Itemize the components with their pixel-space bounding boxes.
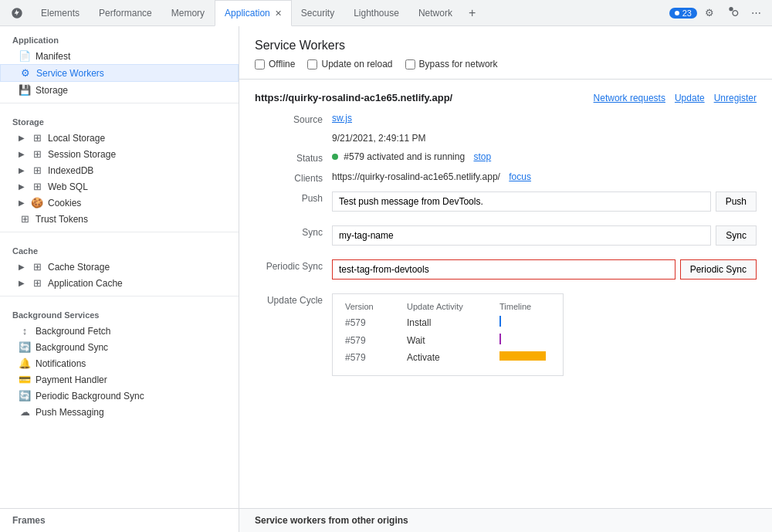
update-cycle-box: Version Update Activity Timeline #579 In… — [332, 293, 564, 376]
new-tab-button[interactable]: + — [462, 6, 482, 20]
source-label: Source — [255, 113, 332, 125]
periodic-sync-label: Periodic Sync — [255, 259, 332, 272]
update-link[interactable]: Update — [675, 93, 705, 103]
push-input[interactable] — [332, 191, 711, 212]
more-button[interactable]: ⋯ — [747, 4, 766, 22]
received-value: 9/21/2021, 2:49:11 PM — [332, 133, 757, 144]
sidebar-frames-label: Frames — [0, 508, 239, 532]
storage-root-icon: 💾 — [19, 84, 31, 96]
tab-close-icon[interactable]: ✕ — [275, 8, 282, 19]
push-button[interactable]: Push — [716, 191, 757, 212]
source-value: sw.js — [332, 113, 757, 124]
sidebar-item-local-storage[interactable]: ▶ ⊞ Local Storage — [0, 130, 239, 146]
sidebar-item-periodic-background-sync[interactable]: 🔄 Periodic Background Sync — [0, 388, 239, 404]
sidebar-item-service-workers-label: Service Workers — [36, 68, 104, 79]
sidebar-item-cache-storage[interactable]: ▶ ⊞ Cache Storage — [0, 259, 239, 275]
tab-memory[interactable]: Memory — [162, 0, 215, 26]
cache-storage-chevron: ▶ — [19, 263, 25, 271]
tab-network[interactable]: Network — [409, 0, 462, 26]
sync-input[interactable] — [332, 225, 711, 246]
source-link[interactable]: sw.js — [332, 113, 352, 124]
settings-button[interactable]: ⚙ — [700, 4, 719, 22]
indexeddb-icon: ⊞ — [31, 164, 43, 176]
uc-timeline-wait — [499, 334, 550, 347]
page-title: Service Workers — [239, 26, 772, 59]
update-on-reload-label: Update on reload — [321, 59, 392, 69]
push-label: Push — [255, 191, 332, 204]
stop-link[interactable]: stop — [473, 151, 491, 162]
sidebar-item-notifications[interactable]: 🔔 Notifications — [0, 355, 239, 371]
sidebar-item-cookies[interactable]: ▶ 🍪 Cookies — [0, 195, 239, 211]
tab-performance[interactable]: Performance — [90, 0, 162, 26]
sidebar-item-indexeddb[interactable]: ▶ ⊞ IndexedDB — [0, 162, 239, 178]
tab-security[interactable]: Security — [292, 0, 344, 26]
update-cycle-label: Update Cycle — [255, 293, 332, 306]
trust-tokens-icon: ⊞ — [19, 213, 31, 225]
status-label: Status — [255, 151, 332, 164]
bypass-for-network-checkbox[interactable] — [405, 59, 415, 69]
web-sql-icon: ⊞ — [31, 181, 43, 192]
sidebar-item-web-sql[interactable]: ▶ ⊞ Web SQL — [0, 178, 239, 195]
unregister-link[interactable]: Unregister — [714, 93, 757, 103]
uc-timeline-install — [499, 316, 550, 329]
cookies-chevron: ▶ — [19, 198, 25, 207]
sidebar-item-storage-root-label: Storage — [36, 85, 68, 96]
bypass-for-network-label: Bypass for network — [419, 59, 498, 69]
tab-devtools-icon[interactable] — [3, 0, 32, 26]
sidebar-item-service-workers[interactable]: ⚙ Service Workers — [0, 64, 239, 82]
sidebar-item-background-sync[interactable]: 🔄 Background Sync — [0, 339, 239, 355]
issues-badge[interactable]: 23 — [669, 8, 697, 19]
sidebar-item-cache-storage-label: Cache Storage — [48, 262, 110, 273]
tab-bar: Elements Performance Memory Application … — [0, 0, 772, 26]
bypass-for-network-checkbox-label[interactable]: Bypass for network — [405, 59, 498, 69]
sw-source-row: Source sw.js — [255, 113, 757, 125]
background-sync-icon: 🔄 — [19, 341, 31, 353]
offline-checkbox[interactable] — [255, 59, 265, 69]
update-on-reload-checkbox-label[interactable]: Update on reload — [307, 59, 392, 69]
clients-value: https://quirky-rosalind-ac1e65.netlify.a… — [332, 171, 757, 182]
svg-point-0 — [729, 7, 733, 11]
tab-lighthouse[interactable]: Lighthouse — [344, 0, 409, 26]
push-input-row: Push — [332, 191, 757, 212]
sync-button[interactable]: Sync — [716, 225, 757, 246]
offline-checkbox-label[interactable]: Offline — [255, 59, 295, 69]
update-on-reload-checkbox[interactable] — [307, 59, 317, 69]
sidebar-item-session-storage-label: Session Storage — [48, 149, 116, 160]
push-messaging-icon: ☁ — [19, 406, 31, 418]
sync-label: Sync — [255, 225, 332, 238]
uc-col-version: Version — [345, 302, 407, 311]
tab-elements[interactable]: Elements — [32, 0, 90, 26]
cache-storage-icon: ⊞ — [31, 261, 43, 273]
uc-timeline-activate — [499, 351, 550, 363]
sidebar-item-session-storage[interactable]: ▶ ⊞ Session Storage — [0, 146, 239, 162]
periodic-sync-button[interactable]: Periodic Sync — [680, 259, 757, 280]
sidebar-item-payment-handler[interactable]: 💳 Payment Handler — [0, 371, 239, 388]
sidebar-item-push-messaging[interactable]: ☁ Push Messaging — [0, 404, 239, 420]
sidebar-item-storage-root[interactable]: 💾 Storage — [0, 82, 239, 98]
status-dot — [332, 154, 338, 160]
sw-received-row: 9/21/2021, 2:49:11 PM — [255, 133, 757, 144]
periodic-sync-input[interactable] — [332, 259, 676, 280]
network-requests-link[interactable]: Network requests — [594, 93, 665, 103]
tab-bar-right: 23 ⚙ ⋯ — [669, 2, 772, 23]
sidebar-item-manifest[interactable]: 📄 Manifest — [0, 48, 239, 64]
session-storage-icon: ⊞ — [31, 148, 43, 160]
sidebar-item-payment-handler-label: Payment Handler — [36, 374, 107, 385]
received-label — [255, 133, 332, 134]
sidebar-item-background-fetch[interactable]: ↕ Background Fetch — [0, 323, 239, 339]
status-text: #579 activated and is running — [344, 151, 465, 162]
sidebar-item-manifest-label: Manifest — [36, 51, 70, 62]
sidebar-item-application-cache[interactable]: ▶ ⊞ Application Cache — [0, 275, 239, 291]
tab-application[interactable]: Application ✕ — [215, 0, 292, 26]
sw-entry: https://quirky-rosalind-ac1e65.netlify.a… — [239, 80, 772, 396]
uc-header: Version Update Activity Timeline — [345, 302, 550, 311]
sidebar-item-cookies-label: Cookies — [48, 198, 81, 208]
sidebar-item-push-messaging-label: Push Messaging — [36, 407, 104, 418]
sw-url: https://quirky-rosalind-ac1e65.netlify.a… — [255, 92, 452, 103]
sidebar-item-trust-tokens[interactable]: ⊞ Trust Tokens — [0, 211, 239, 227]
sync-input-row: Sync — [332, 225, 757, 246]
content-panel: Service Workers Offline Update on reload… — [239, 26, 772, 532]
customize-button[interactable] — [722, 2, 743, 23]
uc-activity-activate: Activate — [407, 352, 499, 363]
focus-link[interactable]: focus — [509, 171, 531, 182]
